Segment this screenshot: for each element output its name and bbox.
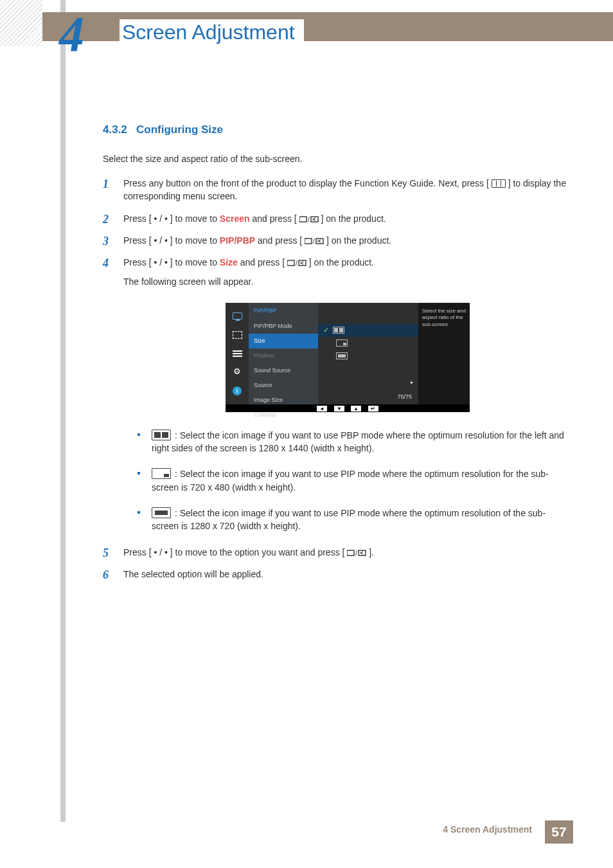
step-number: 2 [103, 211, 109, 228]
osd-item-source: Source [249, 378, 318, 393]
side-stripe [60, 0, 66, 822]
svg-text:/: / [308, 216, 310, 223]
step-2-text-a: Press [ • / • ] to move to [123, 213, 220, 224]
step-1-text-a: Press any button on the front of the pro… [123, 178, 489, 188]
step-2-text-b: and press [ [252, 213, 296, 224]
step-2: 2 Press [ • / • ] to move to Screen and … [103, 212, 572, 225]
pbp-icon [152, 429, 171, 440]
step-4-text-c: ] on the product. [309, 257, 374, 267]
menu-icon [492, 179, 506, 188]
size-option-pip-small: : Select the icon image if you want to u… [138, 467, 572, 494]
bullet-1-text: : Select the icon image if you want to u… [152, 430, 564, 453]
svg-rect-11 [359, 550, 366, 556]
osd-breadcrumb: PIP/PBP [249, 303, 318, 319]
step-number: 5 [103, 545, 109, 561]
step-4-text-b: and press [ [240, 257, 285, 267]
osd-sidebar: ⚙ i [226, 303, 249, 404]
svg-rect-8 [299, 260, 306, 266]
section-title: Configuring Size [136, 123, 223, 136]
step-5: 5 Press [ • / • ] to move to the option … [103, 546, 572, 559]
svg-rect-2 [311, 217, 318, 222]
osd-values: ✓ [318, 303, 418, 404]
nav-enter-icon: ↵ [368, 406, 378, 411]
pip-large-icon [152, 507, 171, 518]
footer-page-number: 57 [545, 820, 573, 844]
step-2-text-c: ] on the product. [321, 213, 386, 224]
size-option-pbp: : Select the icon image if you want to u… [138, 429, 572, 455]
contrast-value: 75/75 [318, 393, 418, 401]
size-option-pip-large: : Select the icon image if you want to u… [138, 507, 572, 533]
nav-up-icon: ▴ [351, 406, 361, 411]
osd-help-text: Select the size and aspect ratio of the … [418, 303, 470, 404]
keyword-screen: Screen [220, 213, 250, 224]
pip-small-icon [152, 468, 171, 479]
pip-large-mini-icon [336, 352, 348, 359]
svg-rect-0 [299, 217, 306, 222]
bullet-3-text: : Select the icon image if you want to u… [152, 508, 546, 531]
info-icon: i [231, 386, 243, 396]
intro-text: Select the size and aspect ratio of the … [103, 152, 572, 165]
step-4-text-d: The following screen will appear. [123, 275, 572, 288]
page-footer: 4 Screen Adjustment 57 [0, 820, 613, 844]
section-heading: 4.3.2 Configuring Size [103, 122, 572, 138]
check-icon: ✓ [323, 325, 329, 336]
osd-menu-list: PIP/PBP PIP/PBP Mode Size Position Sound… [249, 303, 318, 404]
section-number: 4.3.2 [103, 123, 127, 136]
pip-small-mini-icon [336, 339, 348, 347]
corner-pattern [0, 0, 42, 46]
keyword-size: Size [220, 257, 238, 267]
step-3: 3 Press [ • / • ] to move to PIP/PBP and… [103, 234, 572, 247]
osd-item-mode: PIP/PBP Mode [249, 319, 318, 334]
step-1: 1 Press any button on the front of the p… [103, 177, 572, 203]
osd-item-position: Position [249, 348, 318, 363]
select-enter-icon: / [299, 215, 319, 224]
nav-down-icon: ▾ [334, 406, 344, 411]
steps-list: 1 Press any button on the front of the p… [103, 177, 572, 581]
arrange-icon [231, 330, 243, 339]
svg-rect-5 [316, 239, 323, 244]
nav-left-icon: ◂ [317, 406, 327, 411]
select-enter-icon: / [305, 237, 324, 246]
step-number: 6 [103, 566, 109, 583]
step-6-text: The selected option will be applied. [123, 569, 263, 579]
svg-rect-6 [287, 260, 294, 266]
header-band [0, 12, 613, 41]
svg-text:/: / [313, 238, 315, 245]
step-3-text-a: Press [ • / • ] to move to [123, 235, 220, 246]
pbp-mini-icon [333, 327, 344, 334]
step-5-text-b: ]. [369, 547, 374, 557]
step-3-text-b: and press [ [258, 235, 302, 246]
step-number: 3 [103, 233, 109, 249]
svg-rect-9 [347, 550, 354, 556]
svg-text:/: / [296, 260, 298, 267]
osd-item-sound: Sound Source [249, 363, 318, 378]
osd-size-opt2 [318, 337, 418, 350]
select-enter-icon: / [347, 548, 366, 557]
step-number: 4 [103, 255, 109, 271]
step-6: 6 The selected option will be applied. [103, 568, 572, 581]
select-enter-icon: / [287, 258, 306, 267]
content-area: 4.3.2 Configuring Size Select the size a… [103, 122, 572, 590]
keyword-pippbp: PIP/PBP [220, 235, 255, 246]
osd-size-opt3 [318, 350, 418, 363]
chapter-number: 4 [59, 5, 84, 63]
step-4-text-a: Press [ • / • ] to move to [123, 257, 220, 267]
step-number: 1 [103, 176, 109, 192]
step-4: 4 Press [ • / • ] to move to Size and pr… [103, 256, 572, 532]
osd-item-size: Size [249, 334, 318, 348]
gear-icon: ⚙ [231, 367, 243, 377]
svg-rect-3 [305, 239, 312, 244]
step-5-text-a: Press [ • / • ] to move to the option yo… [123, 547, 344, 557]
svg-text:/: / [355, 550, 357, 557]
step-3-text-c: ] on the product. [326, 235, 391, 246]
bullet-2-text: : Select the icon image if you want to u… [152, 469, 549, 492]
chapter-title: Screen Adjustment [120, 19, 304, 50]
size-options-list: : Select the icon image if you want to u… [138, 429, 572, 533]
submenu-arrow-icon: ▸ [318, 379, 418, 386]
monitor-icon [231, 311, 243, 321]
osd-size-row: ✓ [318, 324, 418, 337]
footer-chapter-text: 4 Screen Adjustment [443, 824, 532, 835]
osd-nav-bar: ◂ ▾ ▴ ↵ [226, 404, 470, 412]
osd-menu: ⚙ i PIP/PBP PIP/PBP Mode Size Position S… [226, 303, 470, 412]
list-icon [231, 348, 243, 358]
